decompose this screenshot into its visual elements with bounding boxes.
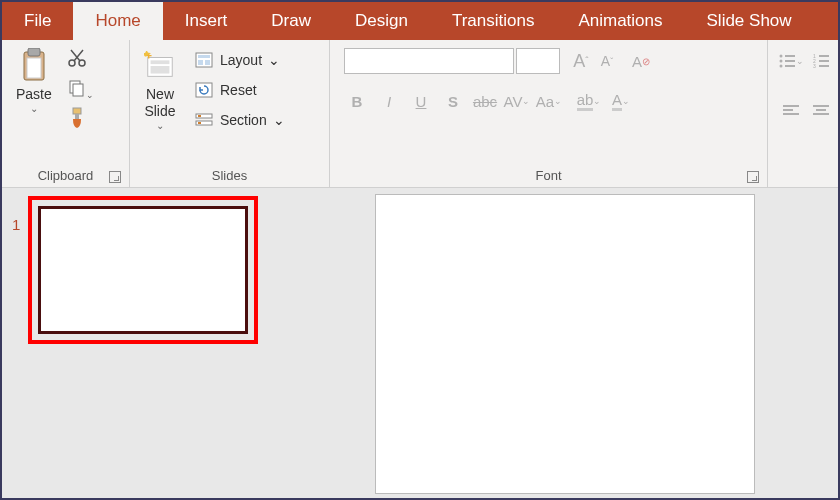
svg-rect-37 bbox=[816, 109, 826, 111]
svg-rect-24 bbox=[785, 60, 795, 62]
bullets-button[interactable]: ⌄ bbox=[778, 48, 804, 74]
section-label: Section bbox=[220, 112, 267, 128]
svg-point-25 bbox=[780, 65, 783, 68]
svg-rect-14 bbox=[198, 60, 203, 65]
svg-rect-15 bbox=[205, 60, 210, 65]
group-clipboard: Paste ⌄ ⌄ Clipboard bbox=[2, 40, 130, 187]
svg-rect-38 bbox=[813, 113, 829, 115]
font-name-combo[interactable] bbox=[344, 48, 514, 74]
align-center-button[interactable] bbox=[808, 98, 834, 124]
ribbon: Paste ⌄ ⌄ Clipboard bbox=[2, 40, 838, 188]
new-slide-label: New Slide bbox=[144, 86, 175, 120]
layout-label: Layout bbox=[220, 52, 262, 68]
svg-rect-30 bbox=[819, 60, 829, 62]
numbering-icon: 123 bbox=[812, 53, 830, 69]
slide-canvas-area bbox=[292, 188, 838, 498]
shadow-button[interactable]: S bbox=[440, 88, 466, 114]
svg-rect-35 bbox=[783, 113, 799, 115]
new-slide-icon bbox=[144, 48, 176, 84]
chevron-down-icon: ⌄ bbox=[30, 103, 38, 114]
clipboard-launcher[interactable] bbox=[109, 171, 121, 183]
slides-group-label: Slides bbox=[136, 166, 323, 185]
svg-rect-28 bbox=[819, 55, 829, 57]
svg-rect-10 bbox=[151, 60, 170, 64]
italic-button[interactable]: I bbox=[376, 88, 402, 114]
svg-rect-33 bbox=[783, 105, 799, 107]
align-left-button[interactable] bbox=[778, 98, 804, 124]
highlight-button[interactable]: ab⌄ bbox=[576, 88, 602, 114]
slide-canvas[interactable] bbox=[375, 194, 755, 494]
layout-button[interactable]: Layout ⌄ bbox=[188, 48, 291, 72]
slide-thumbnail-1[interactable] bbox=[38, 206, 248, 334]
tab-draw[interactable]: Draw bbox=[249, 2, 333, 40]
clipboard-group-label: Clipboard bbox=[8, 166, 123, 185]
editor-area: 1 bbox=[2, 188, 838, 498]
paste-label: Paste bbox=[16, 86, 52, 103]
tab-transitions[interactable]: Transitions bbox=[430, 2, 557, 40]
font-color-button[interactable]: A⌄ bbox=[608, 88, 634, 114]
paste-button[interactable]: Paste ⌄ bbox=[8, 44, 60, 118]
bullets-icon bbox=[778, 53, 796, 69]
svg-point-21 bbox=[780, 55, 783, 58]
chevron-down-icon: ⌄ bbox=[268, 52, 280, 68]
svg-rect-1 bbox=[28, 48, 40, 56]
svg-rect-32 bbox=[819, 65, 829, 67]
svg-rect-20 bbox=[198, 122, 201, 124]
format-painter-button[interactable] bbox=[64, 106, 90, 130]
strikethrough-button[interactable]: abc bbox=[472, 88, 498, 114]
copy-button[interactable]: ⌄ bbox=[64, 76, 90, 100]
svg-point-23 bbox=[780, 60, 783, 63]
group-slides: New Slide ⌄ Layout ⌄ Reset Section ⌄ bbox=[130, 40, 330, 187]
tab-design[interactable]: Design bbox=[333, 2, 430, 40]
tab-file[interactable]: File bbox=[2, 2, 73, 40]
reset-label: Reset bbox=[220, 82, 257, 98]
slide-number: 1 bbox=[12, 196, 20, 233]
paragraph-group-label bbox=[774, 181, 832, 185]
thumbnail-row: 1 bbox=[12, 196, 282, 344]
font-group-label: Font bbox=[336, 166, 761, 185]
annotation-highlight bbox=[28, 196, 258, 344]
section-button[interactable]: Section ⌄ bbox=[188, 108, 291, 132]
chevron-down-icon: ⌄ bbox=[273, 112, 285, 128]
reset-button[interactable]: Reset bbox=[188, 78, 291, 102]
section-icon bbox=[194, 111, 214, 129]
bold-button[interactable]: B bbox=[344, 88, 370, 114]
scissors-icon bbox=[67, 48, 87, 68]
cut-button[interactable] bbox=[64, 46, 90, 70]
underline-button[interactable]: U bbox=[408, 88, 434, 114]
clear-formatting-button[interactable]: A⊘ bbox=[628, 48, 654, 74]
align-center-icon bbox=[813, 104, 829, 118]
svg-rect-19 bbox=[198, 115, 201, 117]
copy-icon bbox=[67, 78, 87, 98]
svg-rect-6 bbox=[73, 84, 83, 96]
tab-home[interactable]: Home bbox=[73, 2, 162, 40]
new-slide-button[interactable]: New Slide ⌄ bbox=[136, 44, 184, 135]
svg-rect-22 bbox=[785, 55, 795, 57]
group-font: Aˆ Aˇ A⊘ B I U S abc AV⌄ Aa⌄ ab⌄ A⌄ Font bbox=[330, 40, 768, 187]
paintbrush-icon bbox=[67, 107, 87, 129]
tab-animations[interactable]: Animations bbox=[556, 2, 684, 40]
tab-slideshow[interactable]: Slide Show bbox=[685, 2, 814, 40]
svg-text:3: 3 bbox=[813, 63, 816, 69]
svg-rect-11 bbox=[151, 66, 170, 74]
svg-rect-16 bbox=[196, 83, 212, 97]
svg-rect-13 bbox=[198, 55, 210, 58]
svg-rect-34 bbox=[783, 109, 793, 111]
decrease-font-button[interactable]: Aˇ bbox=[594, 48, 620, 74]
svg-rect-7 bbox=[73, 108, 81, 114]
svg-rect-2 bbox=[27, 58, 41, 78]
numbering-button[interactable]: 123 bbox=[808, 48, 834, 74]
svg-rect-36 bbox=[813, 105, 829, 107]
reset-icon bbox=[194, 81, 214, 99]
increase-font-button[interactable]: Aˆ bbox=[568, 48, 594, 74]
font-launcher[interactable] bbox=[747, 171, 759, 183]
group-paragraph: ⌄ 123 bbox=[768, 40, 838, 187]
svg-rect-8 bbox=[75, 114, 79, 119]
change-case-button[interactable]: Aa⌄ bbox=[536, 88, 562, 114]
slide-thumbnail-pane[interactable]: 1 bbox=[2, 188, 292, 498]
chevron-down-icon: ⌄ bbox=[156, 120, 164, 131]
layout-icon bbox=[194, 51, 214, 69]
font-size-combo[interactable] bbox=[516, 48, 560, 74]
tab-insert[interactable]: Insert bbox=[163, 2, 250, 40]
char-spacing-button[interactable]: AV⌄ bbox=[504, 88, 530, 114]
